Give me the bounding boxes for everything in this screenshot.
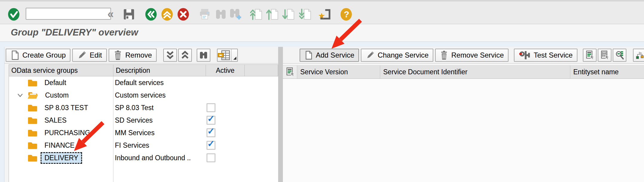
title-bar: Group "DELIVERY" overview [0, 24, 644, 42]
table-row[interactable]: SALES SD Services ✓ [9, 114, 278, 127]
active-checkbox[interactable]: ✓ [207, 128, 215, 137]
col-entityset-name[interactable]: Entityset name [570, 66, 644, 78]
save-button[interactable] [122, 7, 135, 21]
group-panel: Create Group Edit [4, 47, 278, 182]
create-group-button[interactable]: Create Group [6, 49, 70, 62]
folder-icon [27, 78, 38, 87]
col-service-document-identifier[interactable]: Service Document Identifier [380, 66, 570, 78]
trash-icon [440, 50, 448, 60]
remove-service-label: Remove Service [451, 51, 504, 59]
active-cell[interactable]: ✓ [206, 78, 245, 87]
test-service-button[interactable]: Test Service [514, 49, 577, 62]
first-page-button[interactable] [250, 7, 263, 21]
active-checkbox[interactable]: ✓ [207, 116, 215, 125]
table-row[interactable]: Default Default services ✓ [9, 76, 278, 89]
description-cell[interactable]: FI Services [113, 141, 206, 149]
table-row[interactable]: DELIVERY Inbound and Outbound .. ✓ [9, 152, 278, 164]
remove-button[interactable]: Remove [109, 49, 157, 62]
group-cell[interactable]: Default [9, 76, 113, 89]
back-icon [145, 8, 157, 21]
enter-check-button[interactable] [7, 7, 20, 21]
group-name-cell[interactable]: Default [41, 77, 70, 89]
annotation-arrow-add-service [323, 18, 362, 54]
cancel-icon [177, 8, 189, 21]
page-title: Group "DELIVERY" overview [11, 27, 138, 38]
group-cell[interactable]: SP 8.03 TEST [9, 101, 113, 114]
group-toolbar: Create Group Edit [4, 47, 278, 64]
edit-button[interactable]: Edit [72, 49, 107, 62]
exit-button[interactable] [161, 7, 174, 21]
display-details-button[interactable] [598, 49, 611, 62]
check-icon: ✓ [207, 116, 215, 122]
col-active[interactable]: Active [206, 65, 245, 76]
table-row[interactable]: FINANCE FI Services ✓ [9, 139, 278, 152]
group-name-cell[interactable]: SP 8.03 TEST [41, 102, 92, 114]
active-cell[interactable]: ✓ [206, 103, 245, 112]
command-field[interactable] [26, 8, 111, 20]
group-name-cell[interactable]: Custom [41, 90, 73, 101]
layout-button[interactable] [217, 49, 238, 62]
description-label: Inbound and Outbound .. [115, 154, 191, 162]
change-service-button[interactable]: Change Service [361, 49, 433, 62]
search-list-icon [615, 49, 624, 61]
chevron-down-icon[interactable] [17, 93, 27, 97]
description-cell[interactable]: SD Services [113, 116, 206, 124]
find-button[interactable] [214, 7, 227, 21]
description-cell[interactable]: Default services [113, 79, 206, 87]
folder-icon [27, 141, 38, 150]
cancel-button[interactable] [177, 7, 190, 21]
service-table-body [283, 79, 644, 182]
table-row[interactable]: PURCHASING MM Services ✓ [9, 127, 278, 139]
active-cell[interactable]: ✓ [206, 141, 245, 150]
pencil-icon [77, 50, 87, 60]
description-cell[interactable]: MM Services [113, 129, 206, 137]
description-label: SP 8.03 Test [115, 104, 154, 112]
next-page-button[interactable] [282, 7, 295, 21]
search-services-button[interactable] [613, 49, 626, 62]
col-service-version[interactable]: Service Version [297, 66, 380, 78]
active-cell[interactable]: ✓ [206, 153, 245, 162]
active-checkbox[interactable]: ✓ [207, 103, 215, 112]
folder-open-icon [27, 91, 39, 100]
pencil-icon [366, 50, 375, 60]
find-group-button[interactable] [197, 49, 210, 62]
test-service-icon [519, 50, 531, 61]
collapse-all-button[interactable] [163, 49, 177, 62]
description-cell[interactable]: Inbound and Outbound .. [113, 154, 206, 162]
select-all-cell[interactable] [283, 66, 297, 78]
last-page-button[interactable] [299, 7, 312, 21]
group-name-label: SALES [44, 116, 67, 124]
panel-splitter[interactable] [278, 47, 283, 182]
collapse-toolbar-icon[interactable]: « [107, 8, 114, 21]
expand-all-button[interactable] [178, 49, 192, 62]
check-circle-icon [7, 8, 20, 21]
group-cell[interactable]: Custom [9, 89, 113, 101]
binoculars-icon [199, 50, 208, 61]
hierarchy-button[interactable] [633, 49, 644, 62]
display-services-button[interactable] [583, 49, 597, 62]
hierarchy-icon [635, 50, 644, 61]
back-button[interactable] [144, 7, 158, 21]
col-groups[interactable]: OData service groups [9, 65, 113, 76]
layout-dropdown[interactable] [231, 49, 237, 61]
double-chevron-down-icon [166, 50, 175, 61]
find-next-button[interactable] [229, 7, 242, 21]
new-document-icon [304, 50, 313, 60]
remove-service-button[interactable]: Remove Service [435, 49, 509, 62]
col-description[interactable]: Description [113, 65, 206, 76]
table-row[interactable]: Custom Custom services ✓ [9, 89, 278, 101]
print-button[interactable] [198, 7, 211, 21]
table-row[interactable]: SP 8.03 TEST SP 8.03 Test ✓ [9, 101, 278, 114]
active-cell[interactable]: ✓ [206, 128, 245, 137]
description-cell[interactable]: SP 8.03 Test [113, 104, 206, 112]
group-name-label: Custom [45, 91, 69, 99]
new-document-icon [10, 50, 19, 61]
previous-page-button[interactable] [266, 7, 279, 21]
col-filler [245, 65, 278, 76]
description-label: MM Services [115, 129, 155, 137]
active-checkbox[interactable]: ✓ [207, 153, 215, 162]
active-cell[interactable]: ✓ [206, 116, 245, 125]
active-checkbox[interactable]: ✓ [207, 141, 215, 150]
description-cell[interactable]: Custom services [113, 91, 206, 99]
active-cell[interactable]: ✓ [206, 91, 245, 100]
